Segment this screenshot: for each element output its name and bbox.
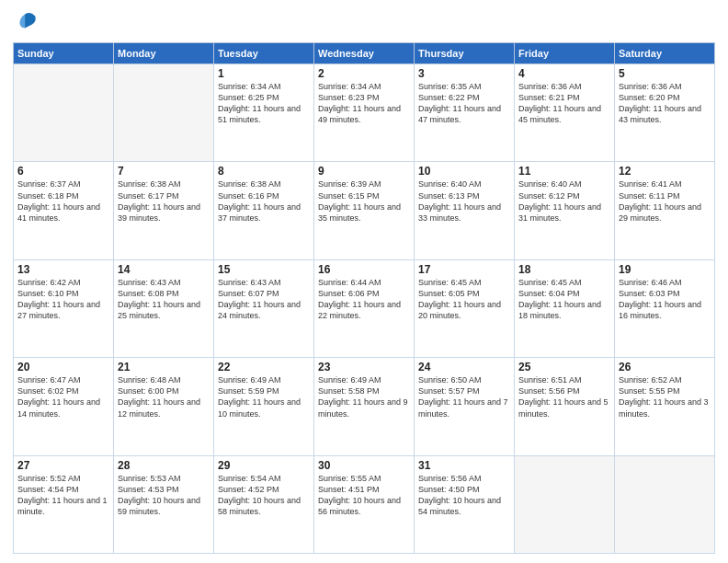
day-number: 17 (418, 263, 510, 276)
calendar-cell: 4Sunrise: 6:36 AMSunset: 6:21 PMDaylight… (515, 64, 615, 162)
calendar-cell: 23Sunrise: 6:49 AMSunset: 5:58 PMDayligh… (314, 358, 415, 455)
calendar-cell: 9Sunrise: 6:39 AMSunset: 6:15 PMDaylight… (314, 162, 415, 259)
day-info: Sunrise: 6:36 AMSunset: 6:21 PMDaylight:… (518, 81, 610, 126)
daylight-label: Daylight: (518, 202, 551, 212)
calendar-cell: 5Sunrise: 6:36 AMSunset: 6:20 PMDaylight… (615, 64, 715, 162)
day-info: Sunrise: 6:40 AMSunset: 6:12 PMDaylight:… (518, 178, 610, 224)
sunrise-label: Sunrise: (418, 82, 449, 91)
sunset-label: Sunset: (418, 93, 447, 102)
weekday-header-saturday: Saturday (615, 43, 715, 64)
day-info: Sunrise: 6:35 AMSunset: 6:22 PMDaylight:… (418, 81, 510, 126)
day-number: 31 (418, 459, 510, 472)
day-number: 28 (118, 459, 210, 472)
sunrise-label: Sunrise: (619, 278, 649, 287)
sunrise-label: Sunrise: (418, 474, 449, 483)
day-info: Sunrise: 6:34 AMSunset: 6:23 PMDaylight:… (318, 81, 410, 126)
sunset-label: Sunset: (118, 191, 146, 201)
day-number: 6 (17, 165, 109, 178)
day-number: 3 (418, 67, 510, 80)
sunrise-label: Sunrise: (17, 375, 48, 385)
day-number: 4 (518, 67, 610, 80)
sunrise-label: Sunrise: (218, 179, 248, 189)
calendar-cell: 8Sunrise: 6:38 AMSunset: 6:16 PMDaylight… (214, 162, 314, 259)
sunrise-label: Sunrise: (17, 474, 48, 483)
day-number: 7 (118, 165, 210, 178)
day-number: 24 (418, 361, 510, 373)
sunset-label: Sunset: (218, 485, 246, 494)
daylight-label: Daylight: (218, 202, 250, 212)
sunrise-label: Sunrise: (518, 179, 549, 189)
day-number: 2 (318, 67, 410, 80)
day-number: 19 (619, 263, 711, 276)
weekday-header-friday: Friday (515, 43, 615, 64)
sunrise-label: Sunrise: (17, 278, 48, 287)
sunrise-label: Sunrise: (318, 82, 348, 91)
day-info: Sunrise: 6:43 AMSunset: 6:07 PMDaylight:… (218, 277, 310, 322)
day-info: Sunrise: 6:52 AMSunset: 5:55 PMDaylight:… (619, 374, 711, 419)
header (13, 9, 715, 35)
day-number: 12 (619, 165, 711, 178)
weekday-header-wednesday: Wednesday (314, 43, 415, 64)
weekday-header-row: SundayMondayTuesdayWednesdayThursdayFrid… (14, 43, 715, 64)
daylight-label: Daylight: (118, 496, 150, 505)
sunset-label: Sunset: (17, 191, 46, 201)
calendar-cell: 20Sunrise: 6:47 AMSunset: 6:02 PMDayligh… (14, 358, 114, 455)
daylight-label: Daylight: (619, 300, 651, 309)
day-info: Sunrise: 5:54 AMSunset: 4:52 PMDaylight:… (218, 473, 310, 518)
sunset-label: Sunset: (619, 289, 647, 298)
weekday-header-thursday: Thursday (415, 43, 515, 64)
week-row-1: 1Sunrise: 6:34 AMSunset: 6:25 PMDaylight… (14, 64, 715, 162)
sunrise-label: Sunrise: (318, 474, 348, 483)
daylight-label: Daylight: (418, 104, 450, 113)
daylight-label: Daylight: (418, 202, 450, 212)
day-info: Sunrise: 6:36 AMSunset: 6:20 PMDaylight:… (619, 81, 711, 126)
sunset-label: Sunset: (418, 191, 447, 201)
daylight-label: Daylight: (619, 202, 651, 212)
day-info: Sunrise: 6:49 AMSunset: 5:59 PMDaylight:… (218, 374, 310, 419)
sunset-label: Sunset: (318, 191, 347, 201)
daylight-label: Daylight: (17, 397, 50, 407)
week-row-3: 13Sunrise: 6:42 AMSunset: 6:10 PMDayligh… (14, 259, 715, 357)
sunrise-label: Sunrise: (318, 278, 348, 287)
calendar-cell: 30Sunrise: 5:55 AMSunset: 4:51 PMDayligh… (314, 455, 415, 553)
sunset-label: Sunset: (218, 191, 246, 201)
sunrise-label: Sunrise: (218, 82, 248, 91)
sunrise-label: Sunrise: (118, 474, 148, 483)
sunset-label: Sunset: (218, 386, 246, 396)
sunset-label: Sunset: (17, 485, 46, 494)
sunrise-label: Sunrise: (619, 179, 649, 189)
sunrise-label: Sunrise: (218, 474, 248, 483)
sunset-label: Sunset: (218, 289, 246, 298)
daylight-label: Daylight: (418, 496, 450, 505)
daylight-label: Daylight: (518, 300, 551, 309)
sunset-label: Sunset: (318, 289, 347, 298)
sunrise-label: Sunrise: (518, 278, 549, 287)
sunset-label: Sunset: (518, 386, 547, 396)
day-number: 9 (318, 165, 410, 178)
day-info: Sunrise: 6:51 AMSunset: 5:56 PMDaylight:… (518, 374, 610, 419)
daylight-label: Daylight: (318, 496, 350, 505)
daylight-label: Daylight: (518, 104, 551, 113)
daylight-label: Daylight: (619, 104, 651, 113)
day-number: 14 (118, 263, 210, 276)
day-number: 29 (218, 459, 310, 472)
sunrise-label: Sunrise: (518, 375, 549, 385)
week-row-5: 27Sunrise: 5:52 AMSunset: 4:54 PMDayligh… (14, 455, 715, 553)
sunset-label: Sunset: (318, 485, 347, 494)
daylight-label: Daylight: (318, 300, 350, 309)
weekday-header-sunday: Sunday (14, 43, 114, 64)
sunset-label: Sunset: (619, 386, 647, 396)
sunrise-label: Sunrise: (118, 278, 148, 287)
sunset-label: Sunset: (518, 191, 547, 201)
day-info: Sunrise: 5:52 AMSunset: 4:54 PMDaylight:… (17, 473, 109, 518)
daylight-label: Daylight: (118, 202, 150, 212)
calendar-cell: 7Sunrise: 6:38 AMSunset: 6:17 PMDaylight… (114, 162, 214, 259)
day-number: 26 (619, 361, 711, 373)
calendar-cell: 16Sunrise: 6:44 AMSunset: 6:06 PMDayligh… (314, 259, 415, 357)
day-info: Sunrise: 6:38 AMSunset: 6:17 PMDaylight:… (118, 178, 210, 224)
daylight-label: Daylight: (118, 397, 150, 407)
daylight-label: Daylight: (318, 202, 350, 212)
day-number: 27 (17, 459, 109, 472)
day-number: 5 (619, 67, 711, 80)
day-number: 16 (318, 263, 410, 276)
